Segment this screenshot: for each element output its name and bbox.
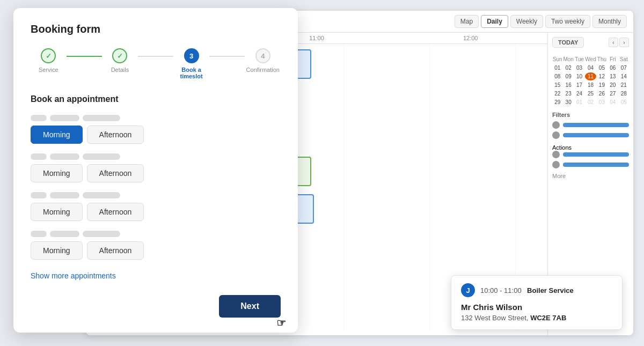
day-tue: Tue	[574, 55, 584, 63]
cal-day-04[interactable]: 04	[585, 64, 596, 72]
view-monthly[interactable]: Monthly	[592, 15, 627, 28]
show-more-link[interactable]: Show more appointments	[31, 271, 116, 280]
cal-day-07[interactable]: 07	[619, 64, 629, 72]
step-details: ✓ Details	[102, 48, 138, 73]
date-placeholder-3	[31, 192, 281, 198]
cal-day-30[interactable]: 30	[563, 98, 573, 106]
time-label-12: 12:00	[393, 35, 547, 41]
date-seg-3c	[83, 192, 120, 198]
cal-day-09[interactable]: 09	[563, 72, 573, 80]
time-buttons-2: Morning Afternoon	[31, 164, 281, 182]
cal-day-next-02[interactable]: 02	[585, 98, 596, 106]
cal-day-15[interactable]: 15	[552, 81, 562, 89]
cal-day-27[interactable]: 27	[608, 90, 618, 98]
step-circle-confirmation: 4	[255, 48, 270, 63]
cal-day-01[interactable]: 01	[552, 64, 562, 72]
time-buttons-3: Morning Afternoon	[31, 203, 281, 221]
prev-arrow[interactable]: ‹	[609, 38, 618, 47]
day-thu: Thu	[597, 55, 607, 63]
filter-person-icon-2	[552, 131, 560, 139]
cal-day-next-01[interactable]: 01	[574, 98, 584, 106]
connector-1	[67, 56, 103, 57]
date-seg-2b	[50, 153, 79, 160]
step-label-confirmation: Confirmation	[246, 67, 280, 73]
filter-item-2[interactable]	[552, 131, 629, 139]
cal-day-13[interactable]: 13	[608, 72, 618, 80]
cal-day-22[interactable]: 22	[552, 90, 562, 98]
appt-row-2: Morning Afternoon	[31, 153, 281, 182]
afternoon-btn-3[interactable]: Afternoon	[87, 203, 144, 221]
afternoon-btn-1[interactable]: Afternoon	[87, 126, 144, 144]
time-buttons-1: Morning Afternoon	[31, 126, 281, 144]
step-label-timeslot: Book a timeslot	[173, 67, 209, 79]
morning-btn-3[interactable]: Morning	[31, 203, 83, 221]
morning-btn-2[interactable]: Morning	[31, 164, 83, 182]
popup-address: 132 West Bow Street, WC2E 7AB	[461, 314, 612, 322]
date-placeholder-1	[31, 115, 281, 121]
view-daily[interactable]: Daily	[481, 15, 508, 28]
filter-item-1[interactable]	[552, 121, 629, 129]
cal-day-26[interactable]: 26	[597, 90, 607, 98]
morning-btn-4[interactable]: Morning	[31, 241, 83, 260]
cal-day-23[interactable]: 23	[563, 90, 573, 98]
action-icon-2	[552, 161, 560, 168]
time-buttons-4: Morning Afternoon	[31, 241, 281, 260]
cal-day-21[interactable]: 21	[619, 81, 629, 89]
date-seg-4a	[31, 231, 47, 237]
day-mon: Mon	[563, 55, 573, 63]
popup-postcode: WC2E 7AB	[530, 314, 566, 322]
morning-btn-1[interactable]: Morning	[31, 126, 83, 144]
cal-day-16[interactable]: 16	[563, 81, 573, 89]
cal-day-03[interactable]: 03	[574, 64, 584, 72]
afternoon-btn-2[interactable]: Afternoon	[87, 164, 144, 182]
more-label: More	[552, 173, 629, 179]
filters-section: Filters	[552, 112, 629, 139]
action-bar-2	[563, 163, 629, 167]
step-circle-service: ✓	[41, 48, 56, 63]
cal-day-20[interactable]: 20	[608, 81, 618, 89]
next-arrow[interactable]: ›	[619, 38, 629, 47]
filter-person-icon-1	[552, 121, 560, 129]
cal-day-25[interactable]: 25	[585, 90, 596, 98]
action-icon-1	[552, 151, 560, 158]
next-button[interactable]: Next ☞	[219, 295, 281, 318]
actions-title: Actions	[552, 144, 629, 151]
cal-day-05[interactable]: 05	[597, 64, 607, 72]
appt-row-1: Morning Afternoon	[31, 115, 281, 144]
afternoon-btn-4[interactable]: Afternoon	[87, 241, 144, 260]
date-seg-3a	[31, 192, 47, 198]
cal-day-06[interactable]: 06	[608, 64, 618, 72]
action-item-2[interactable]	[552, 161, 629, 168]
popup-time-service: 10:00 - 11:00 Boiler Service	[480, 285, 574, 295]
action-item-1[interactable]	[552, 151, 629, 158]
cursor-icon: ☞	[276, 316, 286, 329]
cal-day-17[interactable]: 17	[574, 81, 584, 89]
booking-title: Booking form	[31, 23, 281, 35]
cal-day-29[interactable]: 29	[552, 98, 562, 106]
cal-day-next-05[interactable]: 05	[619, 98, 629, 106]
cal-day-19[interactable]: 19	[597, 81, 607, 89]
view-map[interactable]: Map	[455, 15, 479, 28]
step-timeslot: 3 Book a timeslot	[173, 48, 209, 79]
today-button[interactable]: TODAY	[552, 37, 584, 48]
day-sun: Sun	[552, 55, 562, 63]
cal-day-18[interactable]: 18	[585, 81, 596, 89]
cal-day-24[interactable]: 24	[574, 90, 584, 98]
step-label-service: Service	[39, 67, 58, 73]
cal-day-08[interactable]: 08	[552, 72, 562, 80]
view-weekly[interactable]: Weekly	[510, 15, 543, 28]
date-seg-1c	[83, 115, 120, 121]
cal-day-02[interactable]: 02	[563, 64, 573, 72]
step-circle-details: ✓	[112, 48, 127, 63]
cal-day-12[interactable]: 12	[597, 72, 607, 80]
view-two-weekly[interactable]: Two weekly	[545, 15, 590, 28]
cal-day-11[interactable]: 11	[585, 72, 596, 80]
cal-day-28[interactable]: 28	[619, 90, 629, 98]
cal-day-next-04[interactable]: 04	[608, 98, 618, 106]
appt-row-4: Morning Afternoon	[31, 231, 281, 260]
cal-day-next-03[interactable]: 03	[597, 98, 607, 106]
date-seg-1b	[50, 115, 79, 121]
cal-day-14[interactable]: 14	[619, 72, 629, 80]
popup-name: Mr Chris Wilson	[461, 303, 612, 312]
cal-day-10[interactable]: 10	[574, 72, 584, 80]
